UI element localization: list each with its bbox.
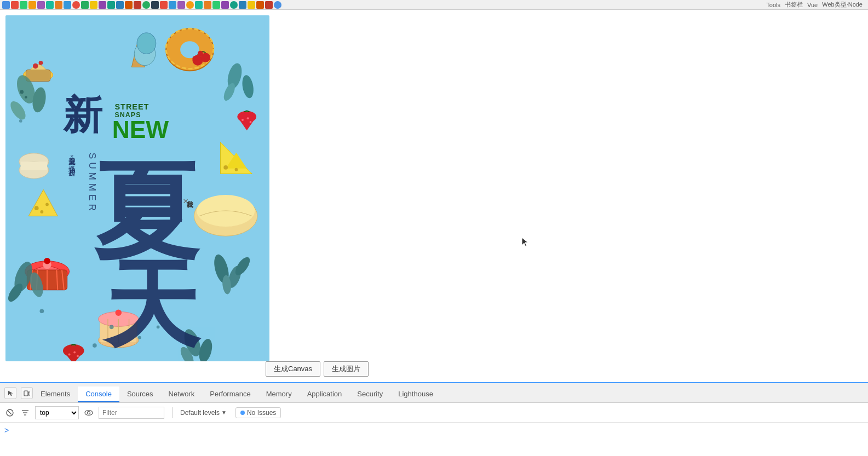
generate-canvas-button[interactable]: 生成Canvas [266, 361, 320, 377]
console-filter-input[interactable] [99, 407, 164, 419]
svg-point-30 [77, 355, 79, 357]
svg-point-87 [20, 90, 24, 94]
svg-point-39 [44, 258, 50, 264]
tab-console[interactable]: Console [78, 386, 119, 402]
svg-point-74 [192, 56, 198, 61]
toggle-filter-button[interactable] [20, 407, 31, 418]
cursor [521, 236, 530, 245]
svg-point-29 [73, 351, 76, 354]
cursor-icon [521, 236, 530, 247]
svg-point-28 [68, 354, 71, 356]
favicon-2 [11, 1, 19, 9]
right-area [275, 15, 863, 377]
favicon-28 [239, 1, 246, 9]
filter-icon [21, 408, 30, 417]
svg-text:天: 天 [102, 253, 202, 359]
tab-application[interactable]: Application [300, 386, 350, 402]
tab-sources[interactable]: Sources [119, 386, 161, 402]
tab-memory[interactable]: Memory [258, 386, 300, 402]
svg-point-73 [19, 119, 22, 123]
browser-topbar: Tools 书签栏 Vue Web类型·Node [0, 0, 868, 10]
clear-console-button[interactable] [4, 407, 15, 418]
svg-point-27 [63, 344, 84, 357]
favicon-7 [55, 1, 62, 9]
no-issues-dot [240, 411, 245, 415]
device-mode-button[interactable] [21, 387, 33, 399]
favicon-26 [221, 1, 229, 9]
favicon-31 [265, 1, 273, 9]
svg-text:新: 新 [63, 93, 103, 137]
favicon-3 [20, 1, 27, 9]
favicon-6 [46, 1, 54, 9]
devtools-icon-buttons [0, 383, 37, 403]
svg-line-92 [8, 411, 12, 414]
context-selector[interactable]: top [35, 406, 79, 419]
svg-point-57 [250, 121, 252, 123]
svg-point-3 [33, 64, 38, 69]
topbar-text-tools: Tools [766, 2, 780, 8]
tab-lighthouse[interactable]: Lighthouse [390, 386, 441, 402]
favicon-25 [212, 1, 220, 9]
svg-point-52 [235, 168, 238, 171]
topbar-text-webleixing: Web类型·Node [822, 1, 863, 9]
console-content: > [0, 423, 868, 456]
favicon-16 [134, 1, 141, 9]
console-prompt[interactable]: > [4, 426, 9, 435]
tab-network[interactable]: Network [161, 386, 203, 402]
poster-container: 新 STREET SNAPS NEW 夏 天 SUMMER 夏天日记×全场5折起… [5, 15, 269, 361]
svg-rect-25 [21, 161, 47, 170]
cursor-icon [7, 390, 14, 396]
buttons-area: 生成Canvas 生成图片 [266, 361, 369, 377]
device-icon [24, 390, 30, 396]
devtools-panel: Elements Console Sources Network Perform… [0, 382, 868, 456]
svg-rect-90 [28, 392, 30, 395]
favicon-21 [177, 1, 185, 9]
svg-point-72 [39, 309, 44, 313]
favicon-5 [37, 1, 45, 9]
svg-point-75 [198, 51, 203, 56]
favicon-13 [107, 1, 115, 9]
default-levels-button[interactable]: Default levels ▼ [180, 409, 227, 417]
svg-point-51 [223, 165, 228, 170]
svg-point-7 [137, 33, 156, 54]
svg-rect-2 [26, 70, 50, 81]
favicon-14 [116, 1, 124, 9]
svg-point-70 [93, 343, 97, 348]
favicon-15 [125, 1, 133, 9]
tab-performance[interactable]: Performance [202, 386, 258, 402]
inspect-element-button[interactable] [4, 387, 16, 399]
chevron-down-icon: ▼ [221, 409, 227, 415]
svg-point-54 [237, 111, 256, 123]
svg-point-20 [35, 206, 39, 210]
favicon-22 [186, 1, 194, 9]
tab-security[interactable]: Security [349, 386, 390, 402]
favicon-24 [204, 1, 211, 9]
svg-point-22 [40, 210, 43, 213]
svg-point-96 [85, 410, 93, 415]
favicon-12 [99, 1, 106, 9]
svg-point-88 [25, 96, 27, 99]
no-issues-label: No Issues [247, 409, 276, 417]
generate-image-button[interactable]: 生成图片 [324, 361, 369, 377]
svg-point-21 [45, 203, 49, 206]
svg-text:×: × [183, 195, 188, 206]
favicon-32 [274, 1, 281, 9]
favicon-1 [2, 1, 10, 9]
favicon-27 [230, 1, 238, 9]
topbar-text-shuqian: 书签栏 [785, 1, 803, 9]
console-settings-button[interactable] [83, 407, 94, 418]
poster-svg: 新 STREET SNAPS NEW 夏 天 SUMMER 夏天日记×全场5折起… [5, 15, 269, 361]
favicon-9 [72, 1, 80, 9]
no-issues-badge[interactable]: No Issues [235, 407, 281, 418]
favicon-8 [64, 1, 71, 9]
main-content: 新 STREET SNAPS NEW 夏 天 SUMMER 夏天日记×全场5折起… [0, 10, 868, 382]
favicon-18 [151, 1, 159, 9]
favicon-17 [142, 1, 150, 9]
tab-elements[interactable]: Elements [33, 386, 78, 402]
svg-point-56 [247, 117, 249, 119]
clear-icon [5, 408, 14, 417]
svg-text:STREET: STREET [115, 102, 150, 111]
favicon-29 [248, 1, 255, 9]
favicon-30 [256, 1, 264, 9]
favicon-10 [81, 1, 89, 9]
